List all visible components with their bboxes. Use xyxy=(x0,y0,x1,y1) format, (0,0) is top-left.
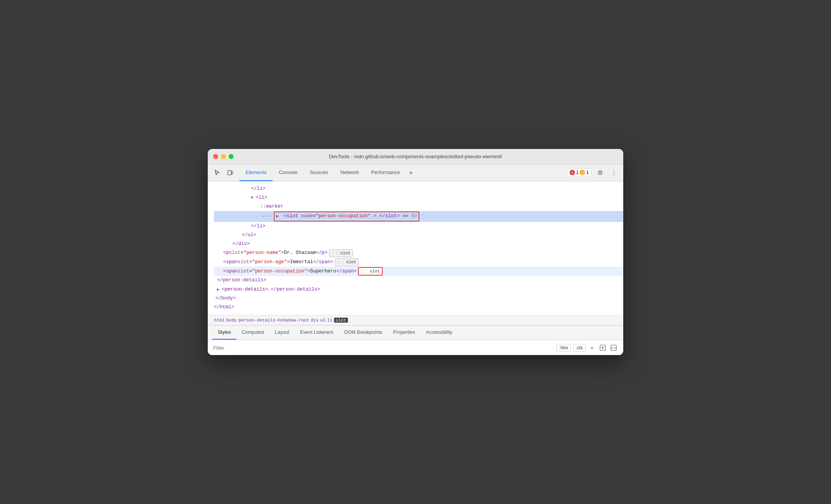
breadcrumb-li[interactable]: li xyxy=(327,318,332,323)
bottom-panel: Styles Computed Layout Event Listeners D… xyxy=(208,325,623,355)
breadcrumb-html[interactable]: html xyxy=(214,318,225,323)
toolbar: Elements Console Sources Network Perform… xyxy=(208,164,623,181)
warning-count: 1 xyxy=(586,170,589,175)
dom-line[interactable]: <span slot="person-age" >Immortal</span>… xyxy=(214,258,623,267)
tab-sources[interactable]: Sources xyxy=(304,164,334,181)
tab-properties[interactable]: Properties xyxy=(388,326,421,340)
svg-rect-5 xyxy=(611,345,616,350)
device-icon-button[interactable] xyxy=(225,167,236,178)
tab-network[interactable]: Network xyxy=(334,164,365,181)
toolbar-icons xyxy=(212,167,236,178)
tab-dom-breakpoints[interactable]: DOM Breakpoints xyxy=(339,326,388,340)
breadcrumb-slot[interactable]: slot xyxy=(334,318,348,323)
tab-computed[interactable]: Computed xyxy=(236,326,270,340)
dots-button[interactable]: ··· xyxy=(260,212,273,221)
more-menu-button[interactable]: ⋮ xyxy=(609,167,619,178)
breadcrumb-body[interactable]: body xyxy=(226,318,237,323)
dom-line[interactable]: ▼ <li> xyxy=(214,193,623,202)
traffic-lights xyxy=(213,154,234,159)
svg-rect-0 xyxy=(228,171,231,175)
error-badge[interactable]: ✕ 1 ⚠ 1 xyxy=(567,169,592,176)
breadcrumb-ul[interactable]: ul xyxy=(320,318,326,323)
slot-badge[interactable]: ⋮⋮ slot xyxy=(329,249,353,257)
dom-tree: </li> ▼ <li> ::marker ··· ▶ <slot name="… xyxy=(208,181,623,315)
cursor-icon-button[interactable] xyxy=(212,167,222,178)
filter-bar: :hov .cls + xyxy=(208,340,623,355)
dom-line[interactable]: <p slot="person-name" >Dr. Shazaam</p> ⋮… xyxy=(214,249,623,257)
maximize-button[interactable] xyxy=(229,154,234,159)
breadcrumb-person-details[interactable]: person-details xyxy=(238,318,276,323)
dom-line[interactable]: </html> xyxy=(214,303,623,312)
cls-button[interactable]: .cls xyxy=(573,344,585,352)
hov-button[interactable]: :hov xyxy=(556,344,571,352)
tab-console[interactable]: Console xyxy=(273,164,304,181)
triangle-icon[interactable]: ▶ xyxy=(217,286,222,293)
settings-button[interactable]: ⚙ xyxy=(595,167,605,178)
triangle-icon[interactable]: ▶ xyxy=(276,213,281,220)
slot-icon: ⋮⋮ xyxy=(337,259,345,266)
minimize-button[interactable] xyxy=(221,154,226,159)
triangle-icon[interactable]: ▼ xyxy=(251,194,256,201)
dom-line[interactable]: </ul> xyxy=(214,231,623,240)
tabs: Elements Console Sources Network Perform… xyxy=(239,164,567,181)
bottom-tabs: Styles Computed Layout Event Listeners D… xyxy=(208,326,623,340)
slot-badge-highlighted[interactable]: ⋮⋮ slot xyxy=(358,267,382,276)
close-button[interactable] xyxy=(213,154,218,159)
toolbar-right: ✕ 1 ⚠ 1 ⚙ ⋮ xyxy=(567,167,619,178)
window-title: DevTools - mdn.github.io/web-components-… xyxy=(329,154,502,159)
tab-performance[interactable]: Performance xyxy=(365,164,406,181)
devtools-window: DevTools - mdn.github.io/web-components-… xyxy=(208,149,623,355)
error-count: 1 xyxy=(576,170,579,175)
dom-line[interactable]: </person-details> xyxy=(214,276,623,285)
filter-buttons: :hov .cls + xyxy=(556,343,618,352)
dom-line[interactable]: </li> xyxy=(214,184,623,193)
dom-line[interactable]: </body> xyxy=(214,294,623,303)
dom-line[interactable]: </div> xyxy=(214,240,623,249)
dom-tree-panel: </li> ▼ <li> ::marker ··· ▶ <slot name="… xyxy=(208,181,623,315)
slot-badge[interactable]: ⋮⋮ slot xyxy=(335,258,358,266)
toggle-panel-button[interactable] xyxy=(609,343,618,352)
dom-line[interactable]: </li> xyxy=(214,222,623,231)
computed-style-icon-button[interactable] xyxy=(599,343,607,352)
breadcrumb-div[interactable]: div xyxy=(311,318,319,323)
dom-line[interactable]: ▶ <person-details>…</person-details> xyxy=(214,285,623,294)
tab-layout[interactable]: Layout xyxy=(270,326,295,340)
add-style-button[interactable]: + xyxy=(588,343,596,352)
tab-styles[interactable]: Styles xyxy=(212,326,236,340)
slot-icon: ⋮⋮ xyxy=(361,268,368,275)
breadcrumb-shadow-root[interactable]: #shadow-root xyxy=(277,318,309,323)
more-tabs-button[interactable]: » xyxy=(406,164,416,181)
tab-elements[interactable]: Elements xyxy=(239,164,273,181)
tab-accessibility[interactable]: Accessibility xyxy=(421,326,458,340)
tab-event-listeners[interactable]: Event Listeners xyxy=(295,326,339,340)
dom-line-selected[interactable]: ··· ▶ <slot name="person-occupation" >…<… xyxy=(214,211,623,222)
selected-element-outline: ▶ <slot name="person-occupation" >…</slo… xyxy=(274,211,419,221)
title-bar: DevTools - mdn.github.io/web-components-… xyxy=(208,149,623,164)
filter-input[interactable] xyxy=(213,345,553,351)
warning-icon: ⚠ xyxy=(580,170,585,175)
error-icon: ✕ xyxy=(570,170,575,175)
dom-line-occupation[interactable]: <span slot="person-occupation" >Superher… xyxy=(214,267,623,276)
svg-rect-1 xyxy=(232,171,233,174)
breadcrumb: html body person-details #shadow-root di… xyxy=(208,315,623,325)
dom-line[interactable]: ::marker xyxy=(214,202,623,211)
slot-icon: ⋮⋮ xyxy=(331,250,339,256)
